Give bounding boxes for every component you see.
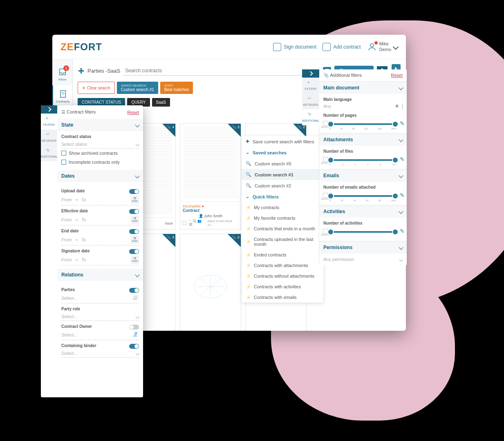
emails-slider[interactable]: EXACT 020406080100+ ✎ <box>323 192 403 202</box>
tab-filters[interactable]: ▾FILTERS <box>41 114 57 129</box>
sign-document-button[interactable]: Sign document <box>273 43 316 51</box>
status-select[interactable]: Select status <box>61 140 139 149</box>
right-panel-tabs: ▾FILTERS 🏷METADATA 📎ADDITIONAL <box>302 69 319 125</box>
user-icon <box>367 42 377 52</box>
binder-toggle[interactable] <box>129 344 139 349</box>
effective-date-label: Effective date <box>61 209 88 213</box>
permissions-select[interactable]: Any permission <box>323 257 403 262</box>
upload-date-range[interactable]: From→To📅Modify <box>61 194 139 205</box>
clear-search-chip[interactable]: ✕Clear search <box>78 82 115 94</box>
tag-icon: 🏷 <box>46 133 52 138</box>
end-date-range[interactable]: From→To📅Modify <box>61 234 139 245</box>
archived-checkbox[interactable]: Show archived contracts <box>61 149 139 158</box>
party-role-select[interactable]: Select... <box>61 312 139 321</box>
tab-metadata[interactable]: 🏷METADATA <box>41 129 57 145</box>
parties-select[interactable]: Select...🏢 <box>61 293 139 303</box>
quick-filter-item[interactable]: ⚡Contracts with activities <box>242 281 323 292</box>
quick-filter-item[interactable]: ⚡My contracts <box>242 202 323 213</box>
reset-link[interactable]: Reset <box>127 110 139 115</box>
quick-filters-header[interactable]: ⌄Quick filters <box>242 191 323 202</box>
saved-search-item[interactable]: 🔍Custom search #2 <box>242 180 323 191</box>
add-criterion-button[interactable]: ✚ <box>78 68 84 74</box>
status-label: Contract status <box>61 134 139 139</box>
edit-icon[interactable]: ✎ <box>400 156 405 163</box>
owner-select[interactable]: Select...👤 <box>61 330 139 340</box>
sort-chip[interactable]: SORTBest matches <box>160 82 193 94</box>
tab-filters[interactable]: ▾FILTERS <box>302 78 319 94</box>
section-attachments[interactable]: Attachments <box>319 134 407 146</box>
section-activities[interactable]: Activities <box>319 205 407 218</box>
save-search-item[interactable]: ✚Save current search with filters <box>242 136 323 147</box>
search-input[interactable] <box>123 66 311 76</box>
attachment-badge: 📎 4 <box>166 125 174 129</box>
edit-icon[interactable]: ✎ <box>400 120 405 127</box>
tab-additional[interactable]: 📎ADDITIONAL <box>41 145 57 161</box>
section-main-document[interactable]: Main document <box>319 82 407 94</box>
reset-link[interactable]: Reset <box>391 73 403 78</box>
nav-inbox[interactable]: 1 Inbox <box>52 63 72 85</box>
activities-label: Number of activities <box>323 221 403 225</box>
nav-inbox-label: Inbox <box>58 78 67 81</box>
card-title: Contract <box>183 208 199 213</box>
upload-date-toggle[interactable] <box>129 189 139 194</box>
tab-additional[interactable]: 📎ADDITIONAL <box>302 109 319 125</box>
contract-card[interactable]: 📎 2 <box>180 234 241 331</box>
signature-date-range[interactable]: From→To📅Modify <box>61 254 139 265</box>
quick-filter-item[interactable]: ⚡Contracts that ends in a month <box>242 223 323 234</box>
saved-searches-header[interactable]: ⌄Saved searches <box>242 147 323 158</box>
pages-slider[interactable]: EXACT 04080120160200+ ✎ <box>323 120 403 130</box>
document-icon <box>273 43 281 51</box>
main-lang-select[interactable]: Any✕ <box>323 103 403 109</box>
saved-search-item[interactable]: 🔍Custom search #1 <box>242 169 323 180</box>
clip-icon: 📎 <box>308 113 314 118</box>
tab-metadata[interactable]: 🏷METADATA <box>302 94 319 109</box>
section-state[interactable]: State <box>57 119 143 131</box>
parties-toggle[interactable] <box>129 288 139 293</box>
collapse-panel-button[interactable] <box>41 105 57 114</box>
contracts-icon <box>58 89 67 98</box>
quick-filter-item[interactable]: ⚡Contracts uploaded in the last month <box>242 234 323 249</box>
saas-chip[interactable]: SaaS <box>152 98 170 107</box>
funnel-icon: ▾ <box>46 117 52 122</box>
svg-point-0 <box>370 44 374 47</box>
party-role-label: Party role <box>61 307 80 311</box>
section-dates[interactable]: Dates <box>57 170 143 182</box>
saved-search-item[interactable]: 🔍Custom search #0 <box>242 158 323 169</box>
add-label: Add contract <box>333 44 361 50</box>
quick-filter-item[interactable]: ⚡My favorite contracts <box>242 213 323 223</box>
add-contract-button[interactable]: Add contract <box>323 43 361 51</box>
edit-icon[interactable]: ✎ <box>400 192 405 198</box>
chevron-down-icon <box>393 44 399 49</box>
sign-label: Sign document <box>284 44 316 50</box>
quick-filter-item[interactable]: ⚡Contracts with attachments <box>242 260 323 271</box>
contract-card[interactable]: 📎 2 Incomplete ● Contract 👤 John Smith ♡… <box>180 123 241 229</box>
search-dropdown: ✚Save current search with filters ⌄Saved… <box>242 136 323 303</box>
logo: ZEFORT <box>60 41 102 53</box>
effective-date-toggle[interactable] <box>129 209 139 214</box>
activities-slider[interactable]: EXACT ✎ <box>323 228 403 238</box>
end-date-toggle[interactable] <box>129 229 139 234</box>
signature-date-toggle[interactable] <box>129 249 139 254</box>
files-label: Number of files <box>323 149 403 154</box>
section-permissions[interactable]: Permissions <box>319 241 407 254</box>
quick-filter-item[interactable]: ⚡Contracts with emails <box>242 292 323 303</box>
effective-date-range[interactable]: From→To📅Modify <box>61 214 139 225</box>
saved-search-chip[interactable]: SAVED SEARCHCustom search #1 <box>117 82 158 94</box>
collapse-panel-button[interactable] <box>302 69 319 78</box>
files-slider[interactable]: EXACT 0246810+ ✎ <box>323 156 403 166</box>
user-menu[interactable]: MikeDemo <box>367 41 398 52</box>
emails-label: Number of emails attached <box>323 185 403 189</box>
section-emails[interactable]: Emails <box>319 169 407 182</box>
owner-label: Contract Owner <box>61 324 92 329</box>
incomplete-checkbox[interactable]: Incomplete contracts only <box>61 158 139 167</box>
quick-filter-item[interactable]: ⚡Contracts without attachments <box>242 271 323 281</box>
nav-contracts[interactable]: Contracts <box>52 85 72 107</box>
quick-filter-item[interactable]: ⚡Ended contracts <box>242 249 323 260</box>
binder-select[interactable]: Select... <box>61 349 139 358</box>
owner-toggle[interactable] <box>129 325 139 330</box>
edit-icon[interactable]: ✎ <box>400 228 405 234</box>
user-sub: Demo <box>379 47 391 52</box>
section-relations[interactable]: Relations <box>57 269 143 281</box>
signature-date-label: Signature date <box>61 249 90 253</box>
additional-filters-panel: ▾FILTERS 🏷METADATA 📎ADDITIONAL 📎 Additio… <box>319 69 407 265</box>
